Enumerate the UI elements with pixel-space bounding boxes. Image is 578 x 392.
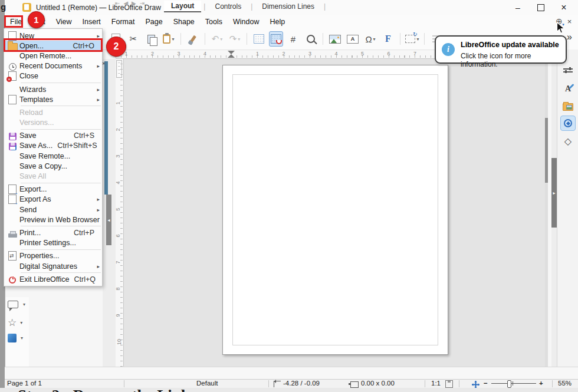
file-menu-item-send[interactable]: Send▸ — [4, 205, 102, 215]
previous-page-icon[interactable]: ◀ — [123, 0, 128, 6]
file-menu-item-printer-settings[interactable]: Printer Settings... — [4, 238, 102, 248]
zoom-level[interactable]: 55% — [558, 380, 572, 387]
paste-button[interactable]: ▾ — [161, 31, 176, 47]
tab-controls[interactable]: Controls — [208, 1, 248, 12]
zoom-slider-track[interactable] — [491, 383, 536, 384]
submenu-arrow-icon: ▸ — [94, 97, 100, 103]
drawing-canvas[interactable] — [124, 59, 545, 367]
file-menu-item-digital-signatures[interactable]: Digital Signatures▸ — [4, 261, 102, 271]
copy-button[interactable] — [143, 31, 159, 47]
paste-dropdown-icon[interactable]: ▾ — [172, 37, 174, 42]
sidebar-splitter[interactable]: ▸ — [551, 50, 557, 367]
canvas-vertical-scrollbar[interactable] — [545, 59, 548, 367]
toolbar-separator — [180, 33, 181, 45]
cut-button[interactable]: ✂ — [126, 31, 141, 47]
document-modified-icon[interactable] — [445, 380, 453, 388]
3d-objects-button[interactable]: ▾ — [8, 334, 23, 342]
h-ruler-number: 1 — [256, 51, 259, 57]
scale-indicator[interactable]: 1:1 — [431, 380, 441, 387]
insert-special-characters-dropdown-icon[interactable]: ▾ — [373, 37, 376, 42]
toolbar-overflow-icon[interactable]: » — [567, 32, 571, 42]
file-menu-item-preview-in-web-browser[interactable]: Preview in Web Browser — [4, 215, 102, 225]
page-style[interactable]: Default — [196, 380, 218, 387]
display-grid-icon — [254, 34, 264, 44]
transformations-button[interactable]: ▾ — [405, 31, 420, 47]
menubar-item-window[interactable]: Window — [228, 15, 264, 28]
scrollbar-thumb[interactable] — [545, 118, 548, 183]
file-menu-item-save[interactable]: SaveCtrl+S — [4, 131, 102, 141]
properties-icon — [8, 251, 17, 261]
maximize-button[interactable] — [531, 1, 550, 14]
tab-layout[interactable]: Layout — [164, 1, 201, 12]
submenu-arrow-icon: ▸ — [94, 63, 100, 69]
file-menu-item-recent-documents[interactable]: Recent Documents▸ — [4, 61, 102, 71]
menubar-item-shape[interactable]: Shape — [168, 15, 200, 28]
copy-icon — [147, 35, 155, 44]
menubar-item-format[interactable]: Format — [106, 15, 140, 28]
cursor-position: -4.28 / -0.09 — [283, 380, 320, 387]
drawing-toolbar-fragment: ▾ ☆▾ ▾ — [5, 297, 29, 367]
sidebar-tab-navigator[interactable] — [560, 116, 576, 131]
zoom-button[interactable] — [303, 31, 318, 47]
snap-to-grid-button[interactable] — [269, 31, 283, 47]
menubar-item-page[interactable]: Page — [140, 15, 168, 28]
close-window-button[interactable]: × — [554, 1, 573, 14]
tab-dimension-lines[interactable]: Dimension Lines — [255, 1, 321, 12]
callout-shapes-button[interactable]: ▾ — [8, 301, 25, 308]
vertical-ruler-marker — [116, 60, 122, 78]
undo-dropdown-icon[interactable]: ▾ — [220, 37, 222, 42]
zoom-in-button[interactable]: + — [539, 380, 543, 387]
file-menu-item-close[interactable]: Close — [4, 71, 102, 81]
file-menu-item-save-a-copy[interactable]: Save a Copy... — [4, 161, 102, 171]
sidebar-tab-styles[interactable]: A — [560, 81, 576, 97]
redo-dropdown-icon[interactable]: ▾ — [238, 37, 240, 42]
next-page-icon[interactable]: ▶ — [132, 0, 136, 6]
toolbar-separator — [247, 33, 247, 45]
insert-special-characters-button[interactable]: Ω▾ — [363, 31, 378, 47]
sidebar-splitter-handle[interactable]: ▸ — [551, 158, 557, 228]
close-document-icon[interactable]: × — [567, 17, 572, 26]
file-menu-item-exit-libreoffice[interactable]: Exit LibreOfficeCtrl+Q — [4, 274, 102, 284]
file-menu-item-save-as[interactable]: Save As...Ctrl+Shift+S — [4, 141, 102, 151]
minimize-button[interactable]: – — [508, 1, 527, 14]
menubar-item-tools[interactable]: Tools — [200, 15, 228, 28]
menubar-item-help[interactable]: Help — [264, 15, 290, 28]
menu-item-label: Open Remote... — [19, 52, 94, 60]
file-menu-item-export[interactable]: Export... — [4, 185, 102, 195]
sidebar-tab-gallery[interactable] — [560, 99, 576, 114]
menu-item-label: Save All — [19, 172, 94, 180]
menu-item-label: Wizards — [19, 85, 94, 94]
h-ruler-number: 2 — [151, 51, 154, 57]
file-menu-item-open-remote[interactable]: Open Remote... — [4, 51, 102, 61]
h-ruler-number: 3 — [177, 51, 180, 57]
exit-icon — [9, 276, 16, 284]
star-shapes-button[interactable]: ☆▾ — [8, 317, 22, 329]
zoom-out-button[interactable]: − — [484, 380, 488, 387]
sidebar-tab-shapes[interactable]: ◇ — [560, 133, 576, 149]
toolbar-buttons: ✂▾↶▾↷▾#AΩ▾F▾ — [108, 31, 444, 47]
file-menu-item-export-as[interactable]: Export As▸ — [4, 195, 102, 205]
sidebar-tab-strip: A◇ — [557, 50, 578, 367]
menubar: FileEditViewInsertFormatPageShapeToolsWi… — [5, 15, 578, 28]
helplines-while-moving-button[interactable]: # — [285, 31, 301, 47]
file-menu-item-save-remote[interactable]: Save Remote... — [4, 151, 102, 161]
menubar-item-insert[interactable]: Insert — [77, 15, 106, 28]
first-page-icon[interactable]: ⇤ — [115, 0, 120, 6]
file-menu-item-wizards[interactable]: Wizards▸ — [4, 84, 102, 94]
clone-formatting-button[interactable] — [185, 31, 201, 47]
file-menu-item-templates[interactable]: Templates▸ — [4, 94, 102, 104]
insert-text-box-button[interactable]: A — [345, 31, 360, 47]
fontwork-button[interactable]: F — [380, 31, 396, 47]
display-grid-button[interactable] — [251, 31, 267, 47]
zoom-slider-midpoint — [513, 381, 513, 386]
file-menu-item-print[interactable]: Print...Ctrl+P — [4, 228, 102, 238]
last-page-icon[interactable]: ⇥ — [140, 0, 144, 6]
menubar-item-view[interactable]: View — [51, 15, 77, 28]
v-ruler-number: 1 — [115, 101, 121, 104]
insert-image-button[interactable] — [327, 31, 343, 47]
menu-separator — [21, 249, 101, 250]
zoom-slider-handle[interactable] — [507, 380, 511, 388]
file-menu-item-properties[interactable]: Properties... — [4, 251, 102, 261]
pages-panel-splitter-handle[interactable]: ◂ — [106, 195, 111, 245]
pages-panel-scrollbar[interactable] — [104, 61, 108, 195]
